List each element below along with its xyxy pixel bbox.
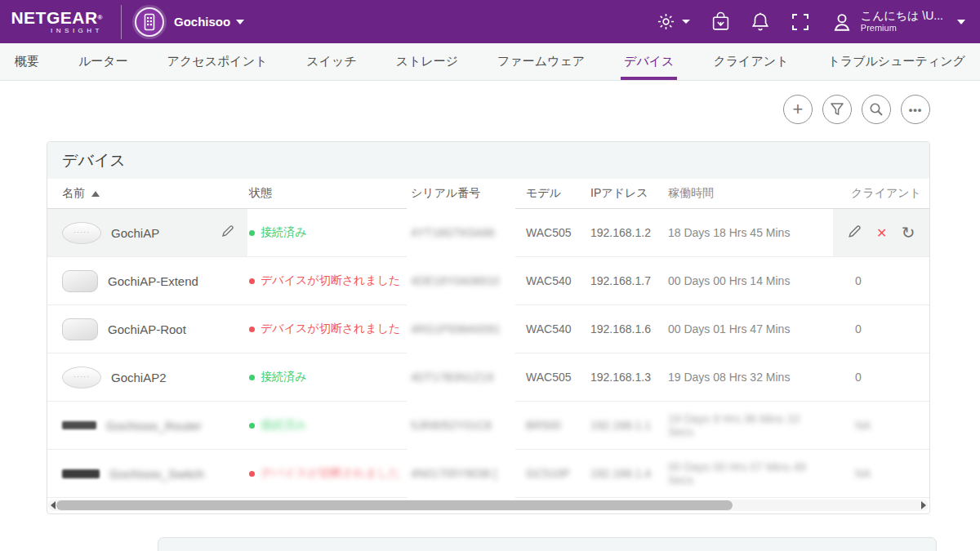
rename-button[interactable] xyxy=(220,224,234,241)
uptime-cell: 19 Days 9 Hrs 36 Mins 10 Secs xyxy=(668,412,821,438)
shopping-bag-icon xyxy=(711,11,730,32)
filter-button[interactable] xyxy=(822,95,852,124)
access-point-thumbnail xyxy=(62,367,101,389)
serial-number-redacted: 4DE18Y0A08910 xyxy=(411,274,499,287)
row-action-bar: ✕ ↻ xyxy=(833,209,929,256)
add-device-button[interactable]: + xyxy=(783,95,813,124)
chevron-down-icon xyxy=(682,20,690,24)
building-icon xyxy=(143,13,156,31)
status-dot xyxy=(249,471,255,477)
organization-selector[interactable]: Gochisoo xyxy=(135,7,244,37)
gear-icon xyxy=(656,11,676,32)
column-header-serial[interactable]: シリアル番号 xyxy=(405,186,526,201)
organization-avatar[interactable] xyxy=(135,7,164,37)
ip-address-cell: 192.168.1.4 xyxy=(590,467,668,480)
model-cell: WAC505 xyxy=(526,371,590,384)
scroll-left-arrow[interactable] xyxy=(51,501,56,509)
column-header-uptime[interactable]: 稼働時間 xyxy=(668,186,821,201)
uptime-cell: 19 Days 08 Hrs 32 Mins xyxy=(668,371,821,384)
notifications-button[interactable] xyxy=(751,11,769,32)
access-point-thumbnail xyxy=(62,270,98,292)
search-button[interactable] xyxy=(862,95,891,124)
search-icon xyxy=(869,102,884,117)
delete-device-button[interactable]: ✕ xyxy=(876,225,887,241)
reboot-device-button[interactable]: ↻ xyxy=(902,224,915,241)
serial-column-backdrop xyxy=(407,208,515,498)
status-cell: 接続済み xyxy=(247,418,405,433)
column-header-clients[interactable]: クライアント xyxy=(821,186,931,201)
pencil-icon xyxy=(220,224,234,238)
serial-number-redacted: 4N01705Y9038 [ xyxy=(411,467,497,480)
table-header-row: 名前 状態 シリアル番号 モデル IPアドレス 稼働時間 クライアント xyxy=(47,179,929,209)
status-cell: 接続済み xyxy=(247,370,405,384)
tab-troubleshooting[interactable]: トラブルシューティング xyxy=(824,43,969,80)
status-dot xyxy=(249,278,255,284)
status-cell: デバイスが切断されました xyxy=(247,466,405,481)
devices-card: デバイス 名前 状態 シリアル番号 モデル IPアドレス 稼働時間 クライアント… xyxy=(47,141,930,514)
store-button[interactable] xyxy=(711,11,730,32)
card-title: デバイス xyxy=(47,142,929,179)
main-nav-tabs: 概要 ルーター アクセスポイント スイッチ ストレージ ファームウェア デバイス… xyxy=(0,43,980,81)
device-name: GochiAP-Root xyxy=(108,322,186,336)
user-greeting: こんにちは \U... xyxy=(861,10,943,22)
tab-routers[interactable]: ルーター xyxy=(75,43,131,80)
subscription-badge: Premium xyxy=(861,22,943,34)
chevron-down-icon xyxy=(957,20,965,24)
tab-clients[interactable]: クライアント xyxy=(710,43,791,80)
uptime-cell: 00 Days 01 Hrs 47 Mins xyxy=(668,322,821,335)
fullscreen-icon xyxy=(791,12,810,32)
switch-thumbnail xyxy=(62,469,100,478)
device-name: GochiAP2 xyxy=(111,371,167,384)
status-dot xyxy=(249,423,255,429)
table-toolbar: + ••• xyxy=(0,81,980,124)
ip-address-cell: 192.168.1.7 xyxy=(590,274,668,287)
router-thumbnail xyxy=(62,421,96,429)
status-cell: デバイスが切断されました xyxy=(247,273,405,288)
column-header-name[interactable]: 名前 xyxy=(47,186,247,201)
tab-switches[interactable]: スイッチ xyxy=(303,43,359,80)
more-options-button[interactable]: ••• xyxy=(901,95,930,124)
device-name: GochiAP-Extend xyxy=(108,274,198,288)
tab-overview[interactable]: 概要 xyxy=(11,43,42,80)
organization-name: Gochisoo xyxy=(174,15,230,29)
column-header-status[interactable]: 状態 xyxy=(247,186,405,201)
clients-cell: NA xyxy=(821,419,931,432)
serial-number-redacted: 4DT17B3N1Z19 xyxy=(411,371,493,384)
tab-devices[interactable]: デバイス xyxy=(621,43,677,80)
tab-access-points[interactable]: アクセスポイント xyxy=(164,43,271,80)
scroll-right-arrow[interactable] xyxy=(921,501,926,509)
tab-storage[interactable]: ストレージ xyxy=(393,43,461,80)
scrollbar-thumb[interactable] xyxy=(56,500,733,510)
plus-icon: + xyxy=(793,100,804,118)
uptime-cell: 18 Days 18 Hrs 45 Mins xyxy=(668,226,821,239)
filter-funnel-icon xyxy=(830,102,844,117)
uptime-cell: 00 Days 00 Hrs 14 Mins xyxy=(668,274,821,287)
next-section-card xyxy=(158,537,937,551)
chevron-down-icon xyxy=(236,20,244,24)
serial-number-redacted: 5JR8052Y01C8 xyxy=(411,419,492,432)
serial-number-redacted: 4RG1P938A0091 xyxy=(411,322,501,335)
uptime-cell: 00 Days 00 Hrs 07 Mins 49 Secs xyxy=(668,460,821,487)
user-menu[interactable]: こんにちは \U... Premium xyxy=(831,10,965,34)
column-header-model[interactable]: モデル xyxy=(526,186,590,201)
edit-device-button[interactable] xyxy=(847,224,862,242)
user-avatar-icon xyxy=(831,11,853,33)
device-name-redacted: Gochisoo_Switch xyxy=(109,467,204,481)
ellipsis-icon: ••• xyxy=(909,104,923,115)
ip-address-cell: 192.168.1.3 xyxy=(590,371,668,384)
sort-ascending-icon xyxy=(91,191,100,197)
status-dot xyxy=(249,375,255,380)
model-cell: WAC540 xyxy=(526,322,590,335)
column-header-ip[interactable]: IPアドレス xyxy=(590,186,668,201)
ip-address-cell: 192.168.1.6 xyxy=(590,322,668,335)
settings-menu-button[interactable] xyxy=(656,11,690,32)
netgear-logo: NETGEAR® INSIGHT xyxy=(0,10,121,34)
header-divider xyxy=(121,5,122,39)
horizontal-scrollbar[interactable] xyxy=(48,500,929,511)
tab-firmware[interactable]: ファームウェア xyxy=(494,43,588,80)
fullscreen-button[interactable] xyxy=(791,12,810,32)
serial-number-redacted: 4YT18GTK5A86 xyxy=(411,226,495,239)
brand-insight-label: INSIGHT xyxy=(51,27,103,34)
table-body: GochiAP 接続済み 4YT18GTK5A86 WAC505 192.168… xyxy=(47,209,929,498)
brand-name: NETGEAR xyxy=(11,8,97,27)
